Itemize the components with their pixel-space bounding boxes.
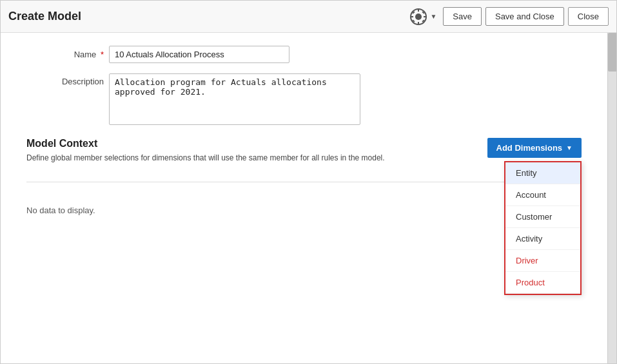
dropdown-item-activity[interactable]: Activity xyxy=(505,228,580,250)
chevron-down-icon: ▼ xyxy=(430,13,436,20)
name-input[interactable] xyxy=(109,46,289,63)
context-header: Model Context Define global member selec… xyxy=(26,138,582,174)
main-panel: Name * Description Allocation program fo… xyxy=(1,33,607,363)
name-label: Name * xyxy=(26,50,104,59)
header-actions: ▼ Save Save and Close Close xyxy=(407,5,609,28)
scrollbar[interactable] xyxy=(607,33,616,363)
save-button[interactable]: Save xyxy=(443,7,482,26)
page-title: Create Model xyxy=(8,10,81,23)
section-description: Define global member selections for dime… xyxy=(26,152,385,164)
name-row: Name * xyxy=(26,46,582,63)
section-divider xyxy=(26,182,582,182)
dropdown-item-customer[interactable]: Customer xyxy=(505,206,580,228)
dropdown-item-entity[interactable]: Entity xyxy=(505,162,580,184)
dropdown-item-account[interactable]: Account xyxy=(505,184,580,206)
svg-rect-4 xyxy=(411,16,413,17)
model-context-section: Model Context Define global member selec… xyxy=(26,138,582,228)
description-row: Description Allocation program for Actua… xyxy=(26,73,582,125)
context-title-block: Model Context Define global member selec… xyxy=(26,138,385,174)
dropdown-item-driver[interactable]: Driver xyxy=(505,250,580,272)
scrollbar-thumb[interactable] xyxy=(608,33,616,72)
settings-icon-button[interactable]: ▼ xyxy=(407,5,439,28)
header: Create Model xyxy=(1,1,616,33)
save-close-button[interactable]: Save and Close xyxy=(485,7,564,26)
svg-point-1 xyxy=(415,14,422,20)
close-button[interactable]: Close xyxy=(568,7,609,26)
required-indicator: * xyxy=(98,50,104,59)
svg-rect-3 xyxy=(418,22,419,24)
dropdown-item-product[interactable]: Product xyxy=(505,272,580,294)
add-dimensions-container: Add Dimensions ▼ Entity Account Customer… xyxy=(487,138,582,158)
add-dimensions-button[interactable]: Add Dimensions ▼ xyxy=(487,138,582,158)
content-area: Name * Description Allocation program fo… xyxy=(1,33,616,363)
app-window: Create Model xyxy=(0,0,617,364)
section-title: Model Context xyxy=(26,138,385,149)
gear-icon xyxy=(409,8,427,26)
dimensions-dropdown: Entity Account Customer Activity Driver … xyxy=(504,161,582,295)
dropdown-arrow-icon: ▼ xyxy=(566,144,573,151)
svg-rect-2 xyxy=(418,9,419,12)
no-data-message: No data to display. xyxy=(26,193,582,228)
description-label: Description xyxy=(26,73,104,86)
description-textarea[interactable]: Allocation program for Actuals allocatio… xyxy=(109,73,360,125)
svg-rect-5 xyxy=(424,16,426,17)
